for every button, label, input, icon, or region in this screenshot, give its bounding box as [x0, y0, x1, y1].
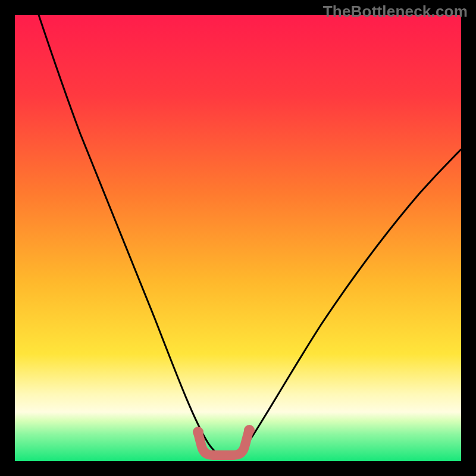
- marker-dot-left: [193, 427, 203, 437]
- bottleneck-curve: [39, 15, 461, 456]
- curve-layer: [15, 15, 461, 461]
- plot-area: [15, 15, 461, 461]
- optimal-region-marker: [198, 431, 249, 455]
- outer-frame: TheBottleneck.com: [0, 0, 476, 476]
- marker-dot-right: [244, 425, 255, 436]
- watermark-label: TheBottleneck.com: [323, 2, 468, 21]
